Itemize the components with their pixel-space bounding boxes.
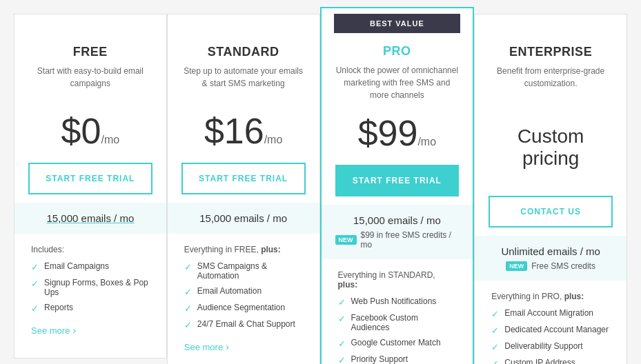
plan-card-free: FREEStart with easy-to-build email campa… [14, 14, 167, 358]
feature-text-pro-0: Web Push Notifications [351, 296, 437, 306]
check-icon-standard-1: ✓ [184, 287, 192, 297]
check-icon-enterprise-0: ✓ [491, 309, 499, 319]
price-amount-free: $0 [61, 111, 101, 151]
email-count-pro: 15,000 emails / mo [335, 214, 460, 226]
price-amount-pro: $99 [358, 113, 418, 153]
price-period-standard: /mo [264, 134, 283, 145]
feature-text-standard-1: Email Automation [197, 286, 262, 296]
sms-badge-pro: NEW $99 in free SMS credits / mo [335, 230, 460, 250]
see-more-free[interactable]: See more › [31, 325, 150, 336]
email-info-free: 15,000 emails / mo [14, 203, 166, 234]
feature-item-free-0: ✓ Email Campaigns [31, 261, 150, 272]
plan-price-pro: $99/mo [335, 112, 460, 154]
plan-description-standard: Step up to automate your emails & start … [181, 65, 306, 99]
check-icon-pro-2: ✓ [338, 338, 346, 349]
email-info-standard: 15,000 emails / mo [168, 203, 319, 234]
features-label-pro: Everything in STANDARD, plus: [338, 270, 457, 290]
feature-item-enterprise-0: ✓ Email Account Migration [491, 308, 610, 319]
email-info-pro: 15,000 emails / mo NEW $99 in free SMS c… [322, 205, 473, 259]
see-more-standard[interactable]: See more › [184, 341, 303, 352]
plan-card-standard: STANDARDStep up to automate your emails … [167, 14, 320, 364]
plan-name-standard: STANDARD [181, 45, 306, 59]
plan-card-pro: BEST VALUEPROUnlock the power of omnicha… [320, 7, 475, 364]
features-label-enterprise: Everything in PRO, plus: [491, 292, 610, 301]
plan-description-enterprise: Benefit from enterprise-grade customizat… [489, 65, 613, 99]
pricing-container: FREEStart with easy-to-build email campa… [14, 14, 627, 364]
feature-text-enterprise-2: Deliverability Support [504, 341, 582, 351]
email-count-enterprise: Unlimited emails / mo [489, 245, 613, 257]
feature-text-pro-3: Priority Support [351, 354, 408, 364]
see-more-label-free: See more [31, 325, 70, 336]
feature-item-free-2: ✓ Reports [31, 303, 150, 314]
feature-text-enterprise-0: Email Account Migration [504, 308, 593, 318]
feature-item-pro-2: ✓ Google Customer Match [338, 338, 457, 349]
check-icon-enterprise-2: ✓ [491, 342, 499, 352]
plan-name-free: FREE [28, 45, 152, 59]
price-amount-standard: $16 [204, 111, 264, 151]
check-icon-free-0: ✓ [31, 262, 39, 272]
feature-item-standard-2: ✓ Audience Segmentation [184, 303, 303, 314]
sms-badge-enterprise: NEW Free SMS credits [489, 261, 613, 271]
plan-price-free: $0/mo [28, 110, 152, 152]
feature-text-free-0: Email Campaigns [44, 261, 109, 271]
check-icon-free-2: ✓ [31, 303, 39, 314]
feature-text-standard-3: 24/7 Email & Chat Support [197, 319, 295, 329]
see-more-arrow-free: › [72, 325, 76, 336]
check-icon-standard-3: ✓ [184, 320, 192, 330]
feature-item-free-1: ✓ Signup Forms, Boxes & Pop Ups [31, 278, 150, 297]
feature-item-pro-3: ✓ Priority Support [338, 354, 457, 364]
features-section-standard: Everything in FREE, plus: ✓ SMS Campaign… [181, 245, 306, 352]
sms-text-pro: $99 in free SMS credits / mo [361, 230, 460, 250]
new-badge-pro: NEW [335, 235, 357, 245]
best-value-banner: BEST VALUE [334, 14, 461, 33]
see-more-arrow-standard: › [226, 341, 229, 352]
feature-item-pro-1: ✓ Facebook Custom Audiences [338, 313, 457, 332]
price-period-free: /mo [101, 134, 119, 145]
cta-button-enterprise[interactable]: CONTACT US [489, 196, 613, 228]
features-section-enterprise: Everything in PRO, plus: ✓ Email Account… [489, 292, 613, 364]
feature-text-enterprise-3: Custom IP Address [504, 358, 575, 364]
plan-name-enterprise: ENTERPRISE [489, 45, 613, 59]
plan-description-pro: Unlock the power of omnichannel marketin… [335, 64, 460, 101]
feature-text-pro-1: Facebook Custom Audiences [351, 313, 457, 332]
plan-description-free: Start with easy-to-build email campaigns [28, 65, 152, 99]
email-count-standard: 15,000 emails / mo [181, 212, 306, 224]
cta-button-standard[interactable]: START FREE TRIAL [181, 163, 306, 194]
feature-item-pro-0: ✓ Web Push Notifications [338, 296, 457, 307]
email-count-free: 15,000 emails / mo [28, 212, 152, 224]
custom-pricing-enterprise: Custom pricing [489, 116, 613, 179]
see-more-label-standard: See more [184, 342, 223, 352]
plan-card-enterprise: ENTERPRISEBenefit from enterprise-grade … [474, 14, 627, 364]
feature-text-standard-2: Audience Segmentation [197, 303, 285, 312]
feature-item-standard-0: ✓ SMS Campaigns & Automation [184, 261, 303, 281]
check-icon-pro-3: ✓ [338, 355, 346, 364]
feature-item-standard-3: ✓ 24/7 Email & Chat Support [184, 319, 303, 330]
cta-button-pro[interactable]: START FREE TRIAL [335, 165, 460, 196]
feature-item-enterprise-1: ✓ Dedicated Account Manager [491, 325, 610, 336]
email-info-enterprise: Unlimited emails / mo NEW Free SMS credi… [475, 236, 627, 281]
plan-name-pro: PRO [335, 44, 460, 59]
features-label-free: Includes: [31, 245, 150, 254]
new-badge-enterprise: NEW [506, 261, 527, 271]
feature-text-pro-2: Google Customer Match [351, 338, 441, 347]
features-section-free: Includes: ✓ Email Campaigns ✓ Signup For… [28, 245, 152, 336]
feature-item-standard-1: ✓ Email Automation [184, 286, 303, 297]
plan-price-standard: $16/mo [181, 110, 306, 152]
feature-item-enterprise-2: ✓ Deliverability Support [491, 341, 610, 352]
check-icon-enterprise-1: ✓ [491, 325, 499, 336]
check-icon-pro-1: ✓ [338, 314, 346, 324]
check-icon-pro-0: ✓ [338, 297, 346, 307]
check-icon-standard-2: ✓ [184, 303, 192, 314]
check-icon-free-1: ✓ [31, 279, 39, 289]
features-label-standard: Everything in FREE, plus: [184, 245, 303, 254]
check-icon-enterprise-3: ✓ [491, 358, 499, 364]
cta-button-free[interactable]: START FREE TRIAL [28, 163, 152, 194]
check-icon-standard-0: ✓ [184, 262, 192, 272]
feature-item-enterprise-3: ✓ Custom IP Address [491, 358, 610, 364]
sms-text-enterprise: Free SMS credits [531, 261, 595, 271]
feature-text-enterprise-1: Dedicated Account Manager [504, 325, 609, 334]
feature-text-standard-0: SMS Campaigns & Automation [197, 261, 303, 281]
feature-text-free-1: Signup Forms, Boxes & Pop Ups [44, 278, 150, 297]
price-period-pro: /mo [417, 136, 436, 148]
features-section-pro: Everything in STANDARD, plus: ✓ Web Push… [335, 270, 460, 364]
